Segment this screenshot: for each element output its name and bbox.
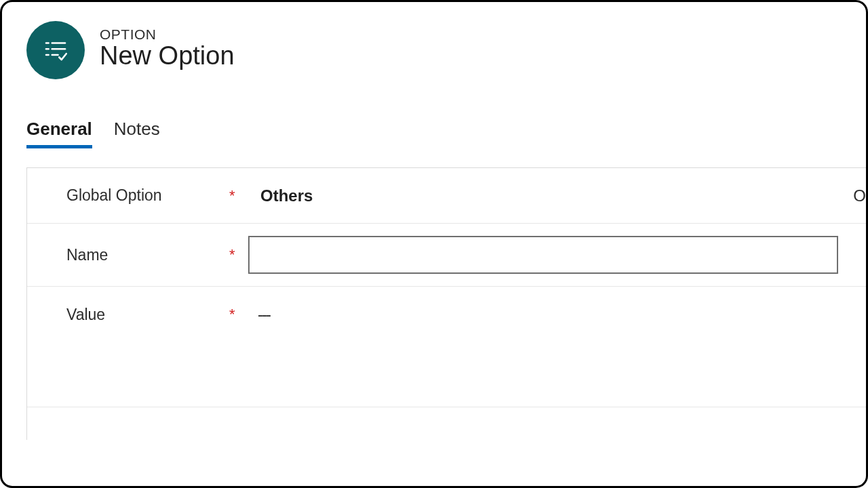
- option-form-window: OPTION New Option General Notes Global O…: [0, 0, 868, 488]
- form-header: OPTION New Option: [2, 2, 866, 79]
- entity-type-label: OPTION: [100, 26, 235, 43]
- tab-notes[interactable]: Notes: [114, 119, 160, 148]
- value-placeholder: ---: [258, 305, 270, 324]
- global-option-label: Global Option: [66, 186, 229, 205]
- field-row-value: Value * ---: [27, 287, 866, 342]
- required-asterisk: *: [229, 187, 248, 205]
- form-spacer: [27, 342, 866, 407]
- field-row-global-option: Global Option * Others O: [27, 168, 866, 224]
- required-asterisk: *: [229, 306, 248, 323]
- page-title: New Option: [100, 41, 235, 70]
- value-label: Value: [66, 306, 229, 324]
- tab-general[interactable]: General: [26, 119, 92, 148]
- field-row-name: Name *: [27, 224, 866, 287]
- global-option-control[interactable]: Others: [248, 186, 866, 205]
- value-control[interactable]: ---: [248, 305, 866, 324]
- option-list-icon: [26, 21, 85, 79]
- form-bottom-row: [27, 407, 866, 440]
- required-asterisk: *: [229, 246, 248, 264]
- tab-strip: General Notes: [2, 79, 866, 148]
- title-block: OPTION New Option: [100, 21, 235, 70]
- global-option-trailing-icon[interactable]: O: [853, 186, 866, 205]
- general-form-panel: Global Option * Others O Name * Value * …: [26, 167, 866, 440]
- global-option-value: Others: [260, 186, 313, 205]
- name-input[interactable]: [248, 236, 838, 274]
- name-label: Name: [66, 246, 229, 264]
